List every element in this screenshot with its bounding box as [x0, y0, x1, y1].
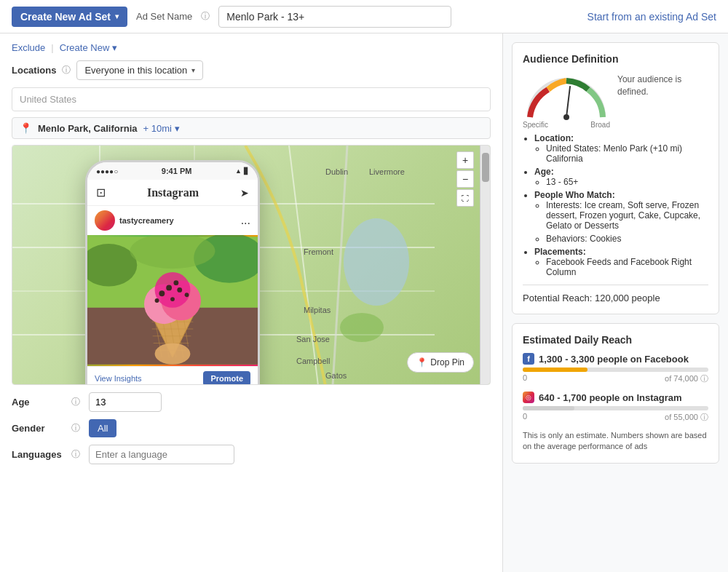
instagram-logo: Instagram [147, 186, 199, 199]
svg-point-33 [155, 298, 159, 303]
separator: | [51, 42, 53, 53]
facebook-bar-container: 0 of 74,000 ⓘ [523, 368, 708, 384]
estimated-daily-reach-card: Estimated Daily Reach f 1,300 - 3,300 pe… [512, 323, 719, 464]
chevron-down-icon: ▾ [191, 66, 195, 74]
estimate-note: This is only an estimate. Numbers shown … [523, 430, 708, 453]
locations-row: Locations ⓘ Everyone in this location ▾ [12, 60, 491, 80]
behaviors-value: Behaviors: Cookies [546, 234, 708, 244]
existing-set-link[interactable]: Start from an existing Ad Set [587, 11, 716, 23]
camera-icon[interactable]: ⊡ [96, 186, 106, 199]
info-icon[interactable]: ⓘ [201, 10, 210, 23]
locations-label: Locations [12, 65, 56, 76]
svg-point-8 [344, 218, 409, 306]
instagram-reach: ◎ 640 - 1,700 people on Instagram 0 of 5… [523, 392, 708, 423]
svg-line-6 [289, 146, 318, 384]
view-insights-link[interactable]: View Insights [95, 374, 142, 383]
age-min-input[interactable] [89, 392, 162, 412]
svg-point-30 [166, 285, 172, 291]
instagram-bar-labels: 0 of 55,000 ⓘ [523, 412, 708, 423]
facebook-header: f 1,300 - 3,300 people on Facebook [523, 353, 708, 365]
age-info-icon[interactable]: ⓘ [71, 396, 80, 408]
create-new-ad-set-button[interactable]: Create New Ad Set ▾ [12, 7, 127, 27]
svg-point-29 [159, 290, 165, 296]
top-bar: Create New Ad Set ▾ Ad Set Name ⓘ Start … [0, 0, 728, 33]
zoom-in-button[interactable]: + [456, 151, 474, 169]
radius-button[interactable]: + 10mi ▾ [143, 123, 180, 134]
chevron-down-icon: ▾ [115, 12, 119, 20]
age-value: 13 - 65+ [546, 177, 708, 187]
map-controls: + − ⛶ [456, 151, 474, 207]
phone-mock: ●●●●○ 9:41 PM ▲ ▊ ⊡ Instagram ➤ [85, 160, 260, 385]
ig-total: of 55,000 ⓘ [665, 412, 708, 423]
create-new-label: Create New [60, 42, 110, 53]
instagram-bar-bg [523, 406, 708, 410]
gender-row: Gender ⓘ All [12, 419, 491, 437]
location-type-dropdown[interactable]: Everyone in this location ▾ [76, 60, 203, 80]
age-label: Age [12, 397, 63, 408]
los-gatos-label: Gatos [325, 371, 347, 380]
languages-row: Languages ⓘ [12, 445, 491, 464]
promote-button[interactable]: Promote [203, 371, 250, 385]
svg-point-38 [563, 114, 569, 120]
svg-point-34 [185, 293, 189, 297]
drop-pin-button[interactable]: 📍 Drop Pin [407, 352, 474, 373]
dublin-label: Dublin [325, 167, 348, 176]
facebook-bar-bg [523, 368, 708, 372]
instagram-header: ◎ 640 - 1,700 people on Instagram [523, 392, 708, 403]
people-match-bold: People Who Match: [534, 190, 615, 200]
battery-icon: ▊ [244, 167, 249, 175]
send-icon[interactable]: ➤ [240, 187, 249, 199]
gender-all-button[interactable]: All [89, 419, 116, 437]
facebook-icon: f [523, 353, 534, 365]
chevron-down-icon: ▾ [112, 42, 117, 53]
ig-info-icon[interactable]: ⓘ [700, 413, 708, 421]
ad-set-name-input[interactable] [218, 6, 451, 28]
location-input[interactable]: United States [12, 87, 491, 111]
chevron-down-icon: ▾ [175, 123, 180, 134]
create-new-link[interactable]: Create New ▾ [60, 42, 118, 53]
broad-label: Broad [590, 121, 610, 129]
fullscreen-button[interactable]: ⛶ [456, 189, 474, 207]
locations-info-icon[interactable]: ⓘ [62, 64, 71, 76]
facebook-bar-fill [523, 368, 587, 372]
gauge-chart: Specific Broad [523, 74, 610, 124]
gender-info-icon[interactable]: ⓘ [71, 422, 80, 434]
phone-status-bar: ●●●●○ 9:41 PM ▲ ▊ [87, 162, 258, 180]
instagram-bar-container: 0 of 55,000 ⓘ [523, 406, 708, 423]
potential-reach: Potential Reach: 120,000 people [523, 293, 708, 303]
fb-total: of 74,000 ⓘ [665, 373, 708, 384]
audience-definition-card: Audience Definition [512, 42, 719, 314]
divider [523, 285, 708, 285]
location-value: United States: Menlo Park (+10 mi) Calif… [546, 143, 708, 164]
languages-label: Languages [12, 449, 63, 460]
svg-point-28 [155, 272, 191, 308]
fb-info-icon[interactable]: ⓘ [700, 374, 708, 383]
exclude-link[interactable]: Exclude [12, 42, 45, 53]
livermore-label: Livermore [369, 167, 405, 176]
scrollbar-thumb [482, 153, 489, 182]
svg-point-32 [170, 297, 175, 301]
languages-input[interactable] [89, 445, 234, 464]
ig-bar-zero: 0 [523, 412, 527, 423]
svg-point-31 [177, 287, 182, 293]
location-pin-icon: 📍 [20, 122, 32, 134]
wifi-icon: ▲ [235, 167, 242, 175]
interests-value: Interests: Ice cream, Soft serve, Frozen… [546, 200, 708, 231]
map-scrollbar[interactable] [480, 146, 490, 384]
right-panel: Audience Definition [502, 33, 728, 572]
exclude-bar: Exclude | Create New ▾ [12, 42, 491, 53]
campbell-label: Campbell [296, 357, 330, 365]
languages-info-icon[interactable]: ⓘ [71, 448, 80, 461]
age-bold: Age: [534, 167, 554, 177]
zoom-out-button[interactable]: − [456, 170, 474, 188]
gender-label: Gender [12, 423, 63, 434]
svg-point-9 [340, 313, 384, 342]
radius-value: + 10mi [143, 123, 172, 134]
more-options-icon[interactable]: ... [241, 214, 250, 227]
age-row: Age ⓘ [12, 392, 491, 412]
gauge-svg [523, 74, 610, 124]
menlo-park-label: Menlo Park, California [38, 123, 138, 134]
map-phone-container: Dublin Livermore Fremont Milpitas San Jo… [12, 145, 491, 385]
specific-label: Specific [523, 121, 548, 129]
drop-pin-label: Drop Pin [430, 357, 464, 368]
